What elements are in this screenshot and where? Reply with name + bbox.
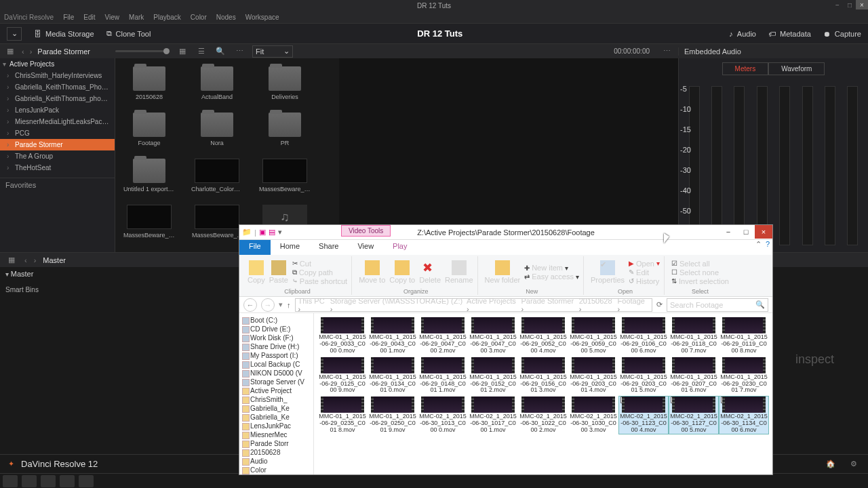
file-item[interactable]: MMC-01_1_2015-06-29_0119_C000 8.mov (719, 317, 768, 354)
file-item[interactable]: MMC-01_1_2015-06-29_0047_C000 3.mov (469, 317, 517, 354)
file-item[interactable]: MMC-01_1_2015-06-29_0156_C001 3.mov (519, 357, 568, 394)
file-item[interactable]: MMC-01_1_2015-06-29_0125_C000 9.mov (318, 357, 367, 394)
nav-tree-item[interactable]: Gabriella_Ke (241, 413, 312, 422)
ribbon-file-tab[interactable]: File (239, 240, 271, 255)
explorer-close[interactable]: × (755, 225, 772, 239)
thumbnail-size-slider[interactable] (115, 50, 170, 52)
grid-item[interactable]: 20150628 (123, 66, 175, 100)
back-button[interactable]: ← (243, 298, 257, 312)
menu-workspace[interactable]: Workspace (245, 14, 279, 21)
file-item[interactable]: MMC-02_1_2015-06-30_1017_C000 1.mov (469, 396, 517, 434)
list-view-icon[interactable]: ☰ (195, 45, 208, 58)
menu-mark[interactable]: Mark (129, 14, 144, 21)
ribbon-collapse-icon[interactable]: ⌃ (755, 240, 762, 249)
media-storage-toggle[interactable]: 🗄 Media Storage (34, 30, 94, 38)
copy-path-button[interactable]: ⧉ Copy path (292, 268, 347, 277)
menu-playback[interactable]: Playback (153, 14, 181, 21)
crumb[interactable]: Storage Server (\\MASSSTORAGE) (Z:) (330, 298, 465, 312)
metadata-toggle[interactable]: 🏷Metadata (768, 30, 811, 38)
copy-to-button[interactable]: Copy to (389, 260, 415, 284)
menu-edit[interactable]: Edit (83, 14, 95, 21)
pool-back[interactable]: ‹ (24, 256, 27, 264)
nav-tree-item[interactable]: Storage Server (V (241, 378, 312, 386)
tree-item[interactable]: Gabriella_KeithThomas_photos_ (0, 93, 115, 104)
file-item[interactable]: MMC-01_1_2015-06-29_0230_C001 7.mov (719, 357, 768, 394)
nav-tree-item[interactable]: CD Drive (E:) (241, 325, 312, 333)
search-icon[interactable]: 🔍 (214, 45, 226, 58)
crumb[interactable]: Footage (618, 298, 649, 312)
crumb[interactable]: Active Projects (467, 298, 519, 312)
grid-item[interactable]: MassesBeware_Color... (123, 205, 175, 239)
tree-item[interactable]: LensJunkPack (0, 104, 115, 116)
copy-button[interactable]: Copy (248, 260, 265, 284)
nav-tree-item[interactable]: Parade Storr (241, 439, 312, 448)
nav-tree-item[interactable]: Active Project (241, 386, 312, 395)
file-pane[interactable]: MMC-01_1_2015-06-29_0033_C000 0.movMMC-0… (314, 313, 772, 474)
search-box[interactable]: Search Footage🔍 (667, 298, 768, 312)
pool-options-icon[interactable]: ▦ (5, 254, 18, 266)
file-item[interactable]: ✓MMC-02_1_2015-06-30_1134_C000 6.mov (719, 396, 768, 434)
grid-item[interactable]: PR (259, 113, 311, 146)
select-all-button[interactable]: ☑ Select all (671, 260, 729, 268)
file-item[interactable]: MMC-01_1_2015-06-29_0134_C001 0.mov (368, 357, 417, 394)
layout-preset-dropdown[interactable]: ⌄ (7, 27, 22, 41)
new-folder-button[interactable]: New folder (485, 260, 521, 284)
nav-back[interactable]: ‹ (22, 47, 24, 56)
nav-pane[interactable]: Boot (C:)CD Drive (E:)Work Disk (F:)Shar… (239, 313, 314, 474)
ribbon-view-tab[interactable]: View (348, 240, 383, 255)
nav-tree-item[interactable]: Audio (241, 457, 312, 466)
audio-toggle[interactable]: ♪Audio (729, 30, 756, 38)
grid-item[interactable]: Nora (191, 113, 243, 146)
pool-master[interactable]: Master (43, 256, 66, 264)
up-button[interactable]: ↑ (287, 301, 291, 309)
invert-selection-button[interactable]: ⇅ Invert selection (671, 277, 729, 285)
qat-dropdown-icon[interactable]: ▾ (278, 228, 282, 237)
grid-item[interactable]: Deliveries (259, 66, 311, 100)
source-viewer[interactable]: ▶| (339, 58, 678, 252)
file-item[interactable]: MMC-01_1_2015-06-29_0118_C000 7.mov (669, 317, 718, 354)
menu-file[interactable]: File (63, 14, 74, 21)
help-icon[interactable]: ? (766, 240, 770, 249)
file-item[interactable]: MMC-01_1_2015-06-29_0235_C001 8.mov (318, 396, 367, 434)
tree-item[interactable]: The A Group (0, 150, 115, 162)
nav-tree-item[interactable]: LensJunkPac (241, 422, 312, 430)
file-item[interactable]: MMC-01_1_2015-06-29_0207_C001 6.mov (669, 357, 718, 394)
ribbon-play-tab[interactable]: Play (383, 240, 416, 255)
nav-tree-item[interactable]: NIKON D5000 (V (241, 369, 312, 378)
refresh-icon[interactable]: ⟳ (656, 300, 663, 309)
nav-tree-item[interactable]: Gabriella_Ke (241, 404, 312, 413)
grid-item[interactable]: Untitled 1 exported ... (123, 159, 175, 192)
file-item[interactable]: ✓MMC-02_1_2015-06-30_1127_C000 5.mov (669, 396, 718, 434)
task-explorer-icon[interactable] (22, 475, 37, 487)
select-none-button[interactable]: ☐ Select none (671, 268, 729, 277)
nav-tree-item[interactable]: MiesnerMec (241, 430, 312, 439)
capture-toggle[interactable]: ⏺Capture (823, 30, 861, 38)
panel-options-icon[interactable]: ▦ (4, 45, 16, 58)
pool-fwd[interactable]: › (34, 256, 37, 264)
nav-tree-item[interactable]: Boot (C:) (241, 316, 312, 325)
properties-button[interactable]: ✔Properties (591, 260, 625, 284)
nav-fwd[interactable]: › (30, 47, 33, 56)
forward-button[interactable]: → (261, 298, 275, 312)
file-item[interactable]: MMC-01_1_2015-06-29_0148_C001 1.mov (418, 357, 467, 394)
file-item[interactable]: MMC-01_1_2015-06-29_0106_C000 6.mov (619, 317, 668, 354)
file-item[interactable]: MMC-02_1_2015-06-30_1013_C000 0.mov (418, 396, 467, 434)
home-icon[interactable]: 🏠 (825, 458, 837, 470)
file-item[interactable]: MMC-01_1_2015-06-29_0152_C001 2.mov (469, 357, 517, 394)
file-item[interactable]: MMC-02_1_2015-06-30_1030_C000 3.mov (569, 396, 618, 434)
nav-tree-item[interactable]: Work Disk (F:) (241, 333, 312, 342)
crumb[interactable]: Parade Stormer (521, 298, 577, 312)
clone-tool-toggle[interactable]: ⧉ Clone Tool (106, 29, 151, 38)
master-bin[interactable]: ▾ Master (5, 270, 39, 278)
more-icon[interactable]: ⋯ (233, 45, 245, 58)
explorer-minimize[interactable]: − (719, 225, 737, 239)
maximize-button[interactable]: □ (844, 0, 856, 9)
nav-tree-item[interactable]: ChrisSmith_ (241, 395, 312, 404)
qat-new-icon[interactable]: ▤ (269, 228, 275, 237)
meters-tab[interactable]: Meters (722, 62, 769, 75)
grid-item[interactable]: ActualBand (191, 66, 243, 100)
task-chrome-icon[interactable] (60, 475, 75, 487)
move-to-button[interactable]: Move to (359, 260, 385, 284)
nav-tree-item[interactable]: Color (241, 466, 312, 474)
delete-button[interactable]: ✖Delete (419, 260, 441, 284)
